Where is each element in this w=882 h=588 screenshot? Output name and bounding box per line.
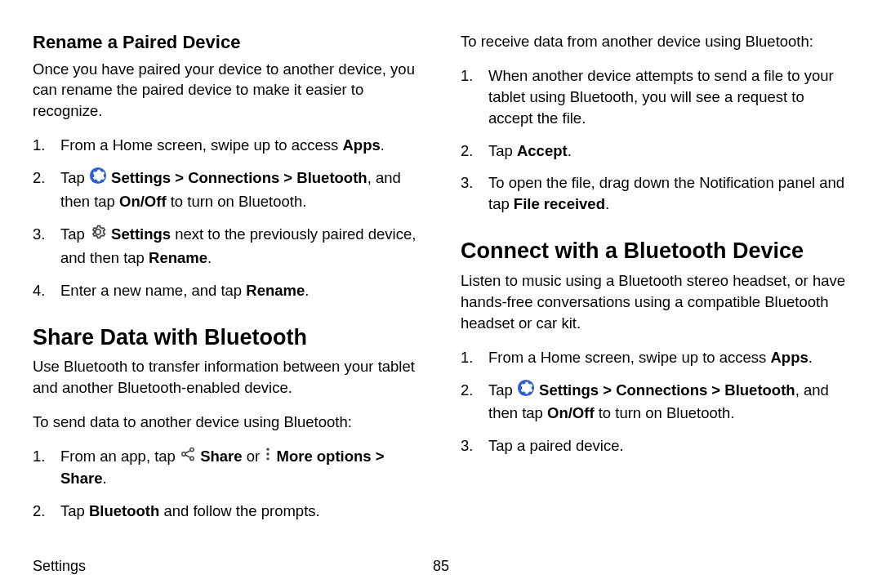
gear-filled-icon (89, 167, 107, 190)
text: From a Home screen, swipe up to access (60, 136, 342, 154)
text: . (808, 349, 813, 366)
left-column: Rename a Paired Device Once you have pai… (33, 31, 421, 533)
text-bold: Share (200, 448, 242, 465)
list-item: From a Home screen, swipe up to access A… (33, 135, 421, 156)
text: to turn on Bluetooth. (595, 404, 735, 421)
right-column: To receive data from another device usin… (461, 31, 849, 533)
footer-section-label: Settings (33, 558, 86, 575)
text-bold: Connections (616, 381, 707, 399)
page-columns: Rename a Paired Device Once you have pai… (33, 31, 849, 533)
gear-outline-icon (89, 223, 107, 247)
footer-page-number: 85 (433, 558, 449, 575)
text: Tap (488, 381, 517, 399)
list-item: Tap a paired device. (461, 435, 849, 457)
text-bold: > (279, 169, 296, 186)
heading-rename-paired-device: Rename a Paired Device (33, 31, 421, 54)
svg-line-5 (185, 455, 190, 457)
paragraph-share-intro: Use Bluetooth to transfer information be… (33, 356, 421, 399)
paragraph-receive-intro: To receive data from another device usin… (461, 31, 849, 52)
text-bold: > (372, 448, 385, 465)
text-bold: Bluetooth (724, 381, 795, 399)
receive-steps-list: When another device attempts to send a f… (461, 65, 849, 215)
text: . (568, 142, 572, 159)
list-item: Tap Settings > Connections > Bluetooth, … (33, 167, 421, 212)
text: . (207, 249, 212, 266)
text-bold: More options (276, 448, 371, 465)
svg-point-8 (267, 457, 270, 460)
text: From a Home screen, swipe up to access (488, 349, 770, 366)
text-bold: Bluetooth (296, 169, 367, 186)
text: When another device attempts to send a f… (488, 67, 834, 127)
text-bold: > (707, 381, 724, 399)
rename-steps-list: From a Home screen, swipe up to access A… (33, 135, 421, 301)
text-bold: Settings (111, 169, 171, 186)
svg-point-7 (267, 452, 270, 455)
heading-connect-bluetooth: Connect with a Bluetooth Device (461, 238, 849, 265)
text-bold: > (171, 169, 188, 186)
text: Tap (60, 225, 89, 243)
svg-point-1 (182, 452, 185, 455)
text: . (102, 470, 106, 487)
text-bold: Bluetooth (89, 502, 159, 519)
list-item: Tap Bluetooth and follow the prompts. (33, 501, 421, 522)
paragraph-send-intro: To send data to another device using Blu… (33, 412, 421, 433)
text-bold: File received (514, 195, 605, 212)
text-bold: On/Off (119, 193, 167, 210)
text: . (381, 136, 385, 154)
paragraph-connect-intro: Listen to music using a Bluetooth stereo… (461, 270, 849, 334)
text: Enter a new name, and tap (60, 282, 246, 299)
text-bold: > (599, 381, 616, 399)
text-bold: On/Off (547, 404, 595, 421)
text-bold: Apps (342, 136, 380, 154)
text: Tap (60, 169, 89, 186)
svg-point-2 (190, 448, 194, 451)
text-bold: Settings (539, 381, 599, 399)
share-icon (180, 446, 196, 468)
text: . (305, 282, 309, 299)
text: or (243, 448, 265, 465)
text-bold: Connections (188, 169, 279, 186)
text: . (605, 195, 609, 212)
text-bold: Apps (770, 349, 808, 366)
list-item: Enter a new name, and tap Rename. (33, 280, 421, 301)
list-item: From a Home screen, swipe up to access A… (461, 347, 849, 368)
text: and follow the prompts. (159, 502, 319, 519)
more-options-icon (264, 446, 272, 468)
text-bold: Share (60, 470, 102, 487)
text-bold: Accept (517, 142, 568, 159)
svg-point-6 (267, 448, 270, 450)
text: Tap (60, 502, 89, 519)
text-bold: Rename (149, 249, 207, 266)
text-bold: Rename (246, 282, 305, 299)
text: to turn on Bluetooth. (167, 193, 307, 210)
text: Tap (488, 142, 517, 159)
list-item: Tap Settings next to the previously pair… (33, 224, 421, 269)
heading-share-data: Share Data with Bluetooth (33, 324, 421, 352)
svg-line-4 (185, 450, 190, 452)
page-footer: Settings 85 (33, 558, 849, 575)
send-steps-list: From an app, tap Share or More options >… (33, 446, 421, 522)
svg-point-3 (190, 457, 194, 460)
list-item: From an app, tap Share or More options >… (33, 446, 421, 489)
list-item: To open the file, drag down the Notifica… (461, 172, 849, 215)
connect-steps-list: From a Home screen, swipe up to access A… (461, 347, 849, 457)
gear-filled-icon (517, 379, 535, 403)
text: From an app, tap (60, 448, 180, 465)
list-item: Tap Accept. (461, 140, 849, 162)
text-bold: Settings (111, 225, 171, 243)
list-item: Tap Settings > Connections > Bluetooth, … (461, 380, 849, 425)
paragraph-rename-intro: Once you have paired your device to anot… (33, 59, 421, 122)
text: Tap a paired device. (488, 437, 624, 454)
list-item: When another device attempts to send a f… (461, 65, 849, 129)
